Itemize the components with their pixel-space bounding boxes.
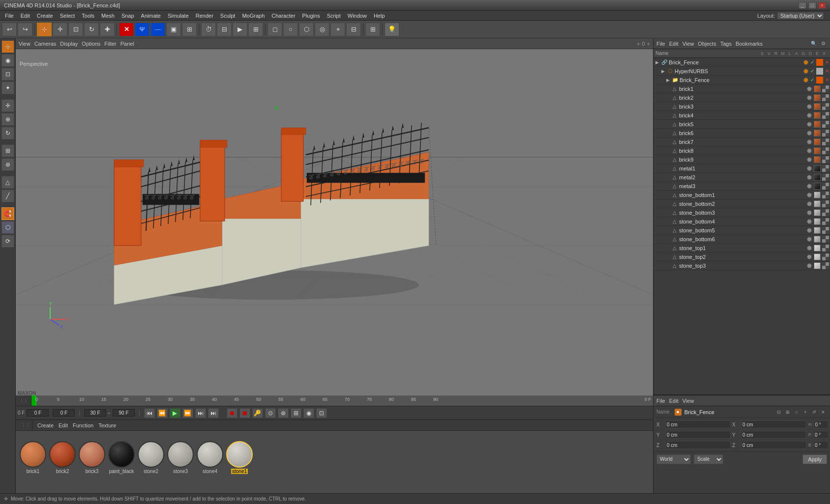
menu-animate[interactable]: Animate [138,12,164,20]
obj-brick7[interactable]: △ brick7 [653,138,830,146]
obj-menu-file[interactable]: File [656,41,665,47]
obj-metal1[interactable]: △ metal1 [653,164,830,173]
obj-stone-bottom4[interactable]: △ stone_bottom4 [653,217,830,226]
attr-icon-3[interactable]: ○ [793,408,800,416]
obj-menu-bookmarks[interactable]: Bookmarks [736,41,763,47]
obj-brick5[interactable]: △ brick5 [653,120,830,129]
obj-metal2[interactable]: △ metal2 [653,173,830,182]
scale-btn[interactable]: ⊡ [68,23,83,36]
goto-end-btn[interactable]: ⏭ [195,408,206,418]
render-btn[interactable]: ▶ [233,23,247,36]
light-btn[interactable]: ⊟ [346,23,361,36]
undo-btn[interactable]: ↩ [2,23,17,36]
close-btn[interactable]: × [818,2,826,9]
obj-stone-bottom5[interactable]: △ stone_bottom5 [653,226,830,235]
vp-icon-grid[interactable]: + [647,41,650,47]
freehand-select-tool[interactable]: ✦ [1,82,14,94]
vp-menu-cameras[interactable]: Cameras [34,41,57,47]
material-stone2[interactable]: stone2 [138,441,164,474]
menu-create[interactable]: Create [34,12,56,20]
obj-icon-search[interactable]: 🔍 [810,40,818,48]
fps-input[interactable] [84,409,106,417]
vp-icon-plus[interactable]: + [637,41,640,47]
obj-menu-view[interactable]: View [682,41,694,47]
obj-brick3[interactable]: △ brick3 [653,102,830,111]
mat-menu-edit[interactable]: Edit [59,422,68,428]
redo-btn[interactable]: ↪ [18,23,32,36]
next-frame-btn[interactable]: ⏩ [182,408,193,418]
attr-icon-1[interactable]: ⊡ [775,408,783,416]
obj-hypernurbs[interactable]: ▶ ⬡ HyperNURBS ✓ ✕ [653,67,830,76]
menu-edit[interactable]: Edit [18,12,33,20]
layout-selector[interactable]: Layout: Startup (User) [757,12,828,20]
soft-selection-tool[interactable]: ⬡ [1,221,14,234]
brush-tool[interactable]: ╱ [1,190,14,202]
goto-start-btn[interactable]: ⏮ [144,408,155,418]
menu-plugins[interactable]: Plugins [299,12,323,20]
cylinder-btn[interactable]: ⬡ [299,23,314,36]
obj-brick2[interactable]: △ brick2 [653,93,830,102]
obj-brick9[interactable]: △ brick9 [653,155,830,164]
maximize-btn[interactable]: □ [808,2,816,9]
scale-tool[interactable]: ⊕ [1,113,14,126]
material-paint-black[interactable]: paint_black [108,441,135,474]
coord-system-dropdown[interactable]: World Local [656,454,691,464]
attr-h-val[interactable] [814,420,829,428]
move-tool[interactable]: ✛ [1,99,14,112]
attr-z-pos[interactable] [665,441,731,449]
vp-menu-filter[interactable]: Filter [104,41,116,47]
minimize-btn[interactable]: _ [799,2,806,9]
menu-simulate[interactable]: Simulate [165,12,192,20]
menu-file[interactable]: File [2,12,17,20]
menu-select[interactable]: Select [57,12,78,20]
obj-stone-top3[interactable]: △ stone_top3 [653,261,830,270]
attr-y-rot[interactable] [741,431,806,439]
attr-menu-edit[interactable]: Edit [669,398,679,404]
attr-icon-6[interactable]: ✕ [819,408,827,416]
viewport[interactable]: View Cameras Display Options Filter Pane… [16,38,653,395]
obj-stone-bottom1[interactable]: △ stone_bottom1 [653,191,830,199]
obj-brick-fence-sub[interactable]: ▶ 📁 Brick_Fence ✓ ✕ [653,76,830,84]
menu-sculpt[interactable]: Sculpt [217,12,238,20]
material-stone1[interactable]: stone1 [226,441,253,474]
menu-help[interactable]: Help [371,12,388,20]
light-toggle-btn[interactable]: 💡 [385,23,399,36]
material-brick3[interactable]: brick3 [79,441,105,474]
vp-menu-display[interactable]: Display [60,41,78,47]
obj-brick1[interactable]: △ brick1 [653,84,830,93]
obj-icon-settings[interactable]: ⚙ [819,40,827,48]
rotate-btn[interactable]: ↻ [84,23,99,36]
menu-snap[interactable]: Snap [119,12,137,20]
menu-mograph[interactable]: MoGraph [239,12,267,20]
obj-stone-bottom3[interactable]: △ stone_bottom3 [653,208,830,217]
mat-menu-create[interactable]: Create [37,422,54,428]
quad-view-btn[interactable]: ⊞ [365,23,380,36]
poly-mode-btn[interactable]: ▣ [166,23,181,36]
menu-mesh[interactable]: Mesh [98,12,118,20]
menu-render[interactable]: Render [193,12,216,20]
axis-tool[interactable]: ⊛ [1,158,14,171]
material-stone3[interactable]: stone3 [167,441,194,474]
attr-p-val[interactable] [813,431,828,439]
select-objects-tool[interactable]: ⊹ [1,40,14,53]
rect-select-tool[interactable]: ⊡ [1,68,14,81]
attr-icon-2[interactable]: ⊞ [784,408,792,416]
cube-btn[interactable]: ◻ [267,23,282,36]
menu-window[interactable]: Window [345,12,370,20]
material-stone4[interactable]: stone4 [197,441,223,474]
keyframe-btn[interactable]: 🔑 [252,408,263,418]
attr-icon-5[interactable]: ↺ [810,408,818,416]
attr-x-rot[interactable] [741,420,806,428]
mat-menu-function[interactable]: Function [73,422,93,428]
attr-menu-file[interactable]: File [656,398,665,404]
scene[interactable]: Perspective [16,49,653,405]
sphere-btn[interactable]: ○ [283,23,298,36]
current-frame-input[interactable] [27,409,49,417]
anim-mode-btn[interactable]: ⊙ [265,408,276,418]
obj-mode-btn[interactable]: ✕ [119,23,134,36]
anim-mode4-btn[interactable]: ◉ [303,408,314,418]
prev-frame-btn[interactable]: ⏪ [157,408,168,418]
timeline-btn[interactable]: ⏱ [201,23,216,36]
menu-tools[interactable]: Tools [79,12,97,20]
torus-btn[interactable]: ◎ [315,23,329,36]
